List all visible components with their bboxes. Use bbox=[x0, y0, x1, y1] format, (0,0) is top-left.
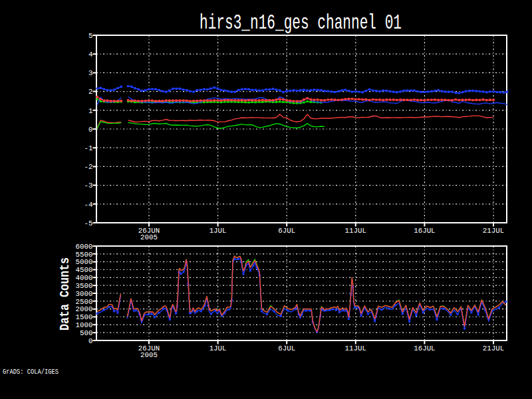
svg-text:5: 5 bbox=[88, 32, 92, 40]
svg-text:0: 0 bbox=[88, 126, 92, 134]
svg-text:-2: -2 bbox=[84, 163, 93, 171]
svg-text:-1: -1 bbox=[84, 144, 93, 152]
svg-text:4000: 4000 bbox=[76, 274, 93, 282]
svg-text:-4: -4 bbox=[84, 201, 93, 209]
svg-text:2005: 2005 bbox=[140, 351, 158, 359]
svg-text:1: 1 bbox=[88, 107, 92, 115]
svg-text:5500: 5500 bbox=[76, 251, 93, 259]
svg-text:1JUL: 1JUL bbox=[209, 227, 227, 235]
svg-text:4500: 4500 bbox=[76, 266, 93, 274]
svg-text:4: 4 bbox=[88, 51, 92, 59]
svg-text:Data Counts: Data Counts bbox=[57, 257, 72, 331]
svg-text:3000: 3000 bbox=[76, 290, 93, 298]
svg-text:3: 3 bbox=[88, 69, 92, 77]
svg-text:21JUL: 21JUL bbox=[483, 227, 504, 235]
svg-text:16JUL: 16JUL bbox=[414, 344, 435, 352]
svg-text:5000: 5000 bbox=[76, 258, 93, 266]
svg-text:6000: 6000 bbox=[76, 243, 93, 251]
svg-text:hirs3_n16_ges channel 01: hirs3_n16_ges channel 01 bbox=[200, 11, 402, 35]
svg-text:21JUL: 21JUL bbox=[483, 344, 504, 352]
svg-text:GrADS: COLA/IGES: GrADS: COLA/IGES bbox=[3, 368, 59, 376]
svg-text:6JUL: 6JUL bbox=[278, 344, 295, 352]
svg-text:2000: 2000 bbox=[76, 305, 93, 313]
svg-text:2005: 2005 bbox=[140, 233, 158, 241]
svg-text:1000: 1000 bbox=[76, 321, 93, 329]
svg-text:500: 500 bbox=[80, 329, 92, 337]
svg-text:2500: 2500 bbox=[76, 298, 93, 306]
svg-text:16JUL: 16JUL bbox=[414, 227, 435, 235]
svg-text:11JUL: 11JUL bbox=[345, 227, 366, 235]
svg-text:3500: 3500 bbox=[76, 282, 93, 290]
svg-text:-5: -5 bbox=[84, 219, 93, 227]
svg-text:0: 0 bbox=[88, 337, 92, 345]
svg-text:11JUL: 11JUL bbox=[345, 344, 366, 352]
svg-text:2: 2 bbox=[88, 88, 92, 96]
svg-text:1500: 1500 bbox=[76, 313, 93, 321]
svg-text:1JUL: 1JUL bbox=[209, 344, 227, 352]
svg-text:-3: -3 bbox=[84, 182, 93, 190]
svg-text:6JUL: 6JUL bbox=[278, 227, 295, 235]
